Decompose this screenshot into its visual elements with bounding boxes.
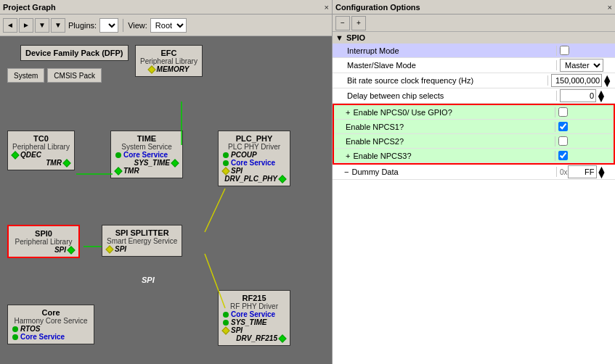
npcs0-label: +Enable NPCS0/ Use GPIO?	[334, 107, 555, 117]
right-panel-titlebar: Configuration Options ×	[333, 0, 615, 15]
core-rtos: RTOS	[20, 325, 40, 333]
npcs3-checkbox[interactable]	[558, 151, 568, 160]
time-service: Core Service	[123, 151, 168, 159]
node-spi0[interactable]: SPI0 Peripheral Library SPI	[7, 225, 80, 258]
graph-toolbar: ◄ ► ▼ ▼ Plugins: View: Root	[0, 15, 332, 36]
delay-value: ▲▼	[557, 88, 615, 103]
rf215-title: RF215	[223, 294, 285, 302]
dummy-hex-prefix: 0x	[560, 168, 568, 176]
node-plcphy[interactable]: PLC_PHY PLC PHY Driver PCOUP Core Servic…	[218, 131, 290, 186]
svg-line-3	[205, 189, 225, 232]
npcs1-checkbox[interactable]	[558, 122, 568, 131]
left-panel-close[interactable]: ×	[325, 3, 329, 12]
cmsis-btn[interactable]: CMSIS Pack	[47, 68, 102, 83]
dummy-input[interactable]	[568, 165, 597, 178]
spi0-diamond	[67, 246, 75, 254]
bitrate-value: ▲▼	[548, 73, 615, 88]
nav-right-btn[interactable]: ►	[19, 18, 33, 33]
plugins-select[interactable]	[99, 18, 118, 33]
time-title: TIME	[115, 134, 178, 143]
time-systime: SYS_TIME	[134, 159, 170, 167]
config-options-title: Configuration Options	[335, 3, 420, 12]
interrupt-value	[557, 45, 615, 56]
prop-row-npcs3: +Enable NPCS3?	[334, 149, 614, 163]
plcphy-drv-diamond	[278, 175, 286, 183]
node-dfp[interactable]: Device Family Pack (DFP)	[20, 45, 129, 61]
efc-label: MEMORY	[157, 65, 190, 73]
collapse-btn[interactable]: −	[335, 16, 350, 30]
tc0-qdec: QDEC	[20, 151, 41, 159]
node-rf215[interactable]: RF215 RF PHY Driver Core Service SYS_TIM…	[218, 290, 290, 346]
delay-label: Delay between chip selects	[333, 91, 557, 101]
dummy-value: 0x ▲▼	[557, 165, 615, 179]
plcphy-dot1	[223, 152, 229, 158]
plcphy-subtitle: PLC PHY Driver	[223, 143, 285, 151]
rf215-spi: SPI	[231, 326, 243, 334]
time-subtitle: System Service	[115, 143, 178, 151]
node-time[interactable]: TIME System Service Core Service SYS_TIM…	[110, 131, 183, 178]
right-panel-close[interactable]: ×	[608, 3, 612, 12]
dummy-expand[interactable]: −	[344, 167, 349, 176]
dummy-label: −Dummy Data	[333, 167, 557, 177]
node-spi-splitter[interactable]: SPI SPLITTER Smart Energy Service SPI	[102, 225, 182, 257]
time-tmr-diamond	[114, 167, 122, 175]
npcs3-expand[interactable]: +	[346, 152, 350, 160]
node-tc0[interactable]: TC0 Peripheral Library QDEC TMR	[7, 131, 75, 170]
delay-spinner[interactable]: ▲▼	[596, 90, 606, 102]
spio-section: ▼ SPIO	[333, 32, 615, 44]
npcs2-value	[555, 136, 614, 146]
prop-row-dummy: −Dummy Data 0x ▲▼	[333, 165, 615, 180]
tc0-tmr-diamond	[62, 159, 70, 167]
splitter-title: SPI SPLITTER	[107, 228, 177, 237]
plcphy-service: Core Service	[231, 159, 275, 167]
core-dot2	[12, 334, 18, 340]
master-slave-select[interactable]: Master	[560, 59, 603, 72]
npcs0-expand[interactable]: +	[346, 108, 350, 117]
rf215-systime: SYS_TIME	[231, 318, 266, 326]
time-tmr: TMR	[123, 167, 139, 175]
node-core[interactable]: Core Harmony Core Service RTOS Core Serv…	[7, 305, 94, 344]
system-btn[interactable]: System	[7, 68, 44, 83]
nav-left-btn[interactable]: ◄	[3, 18, 17, 33]
npcs1-label: Enable NPCS1?	[334, 122, 555, 132]
rf215-subtitle: RF PHY Driver	[223, 302, 285, 310]
bitrate-label: Bit rate source clock frequency (Hz)	[333, 75, 548, 86]
npcs2-checkbox[interactable]	[558, 136, 568, 146]
plcphy-drv: DRV_PLC_PHY	[224, 175, 277, 183]
left-panel-titlebar: Project Graph ×	[0, 0, 332, 15]
spi0-title: SPI0	[13, 229, 74, 238]
view-label: View:	[128, 21, 147, 30]
bitrate-spinner[interactable]: ▲▼	[602, 75, 612, 86]
master-slave-value: Master	[557, 58, 615, 73]
rf215-service: Core Service	[231, 310, 275, 318]
dfp-title: Device Family Pack (DFP)	[25, 49, 123, 57]
nav-down-btn[interactable]: ▼	[35, 18, 49, 33]
dummy-spinner[interactable]: ▲▼	[597, 166, 607, 178]
node-efc[interactable]: EFC Peripheral Library MEMORY	[135, 45, 203, 77]
npcs0-value	[555, 107, 614, 117]
core-dot1	[12, 326, 18, 332]
prop-row-npcs2: Enable NPCS2?	[334, 134, 614, 149]
time-dot	[115, 152, 121, 158]
view-select[interactable]: Root	[150, 18, 187, 33]
rf215-drv: DRV_RF215	[236, 334, 277, 342]
rf215-drv-diamond	[278, 334, 286, 342]
nav-menu-btn[interactable]: ▼	[51, 18, 65, 33]
delay-input[interactable]	[560, 89, 596, 102]
toolbar-separator	[123, 19, 123, 32]
bitrate-input[interactable]	[551, 74, 602, 87]
prop-row-master-slave: Master/Slave Mode Master	[333, 58, 615, 73]
graph-canvas: Device Family Pack (DFP) System CMSIS Pa…	[0, 36, 332, 364]
spi0-port: SPI	[54, 246, 66, 254]
spio-expand[interactable]: ▼	[335, 33, 343, 42]
interrupt-checkbox[interactable]	[560, 46, 569, 55]
expand-btn[interactable]: +	[351, 16, 366, 30]
prop-row-npcs1: Enable NPCS1?	[334, 120, 614, 134]
npcs0-checkbox[interactable]	[558, 107, 568, 117]
npcs-group: +Enable NPCS0/ Use GPIO? Enable NPCS1?	[333, 104, 615, 165]
interrupt-label: Interrupt Mode	[333, 46, 557, 56]
npcs3-label: +Enable NPCS3?	[334, 151, 555, 161]
core-title: Core	[12, 308, 89, 317]
plcphy-spi: SPI	[231, 167, 243, 175]
prop-row-delay: Delay between chip selects ▲▼	[333, 88, 615, 104]
